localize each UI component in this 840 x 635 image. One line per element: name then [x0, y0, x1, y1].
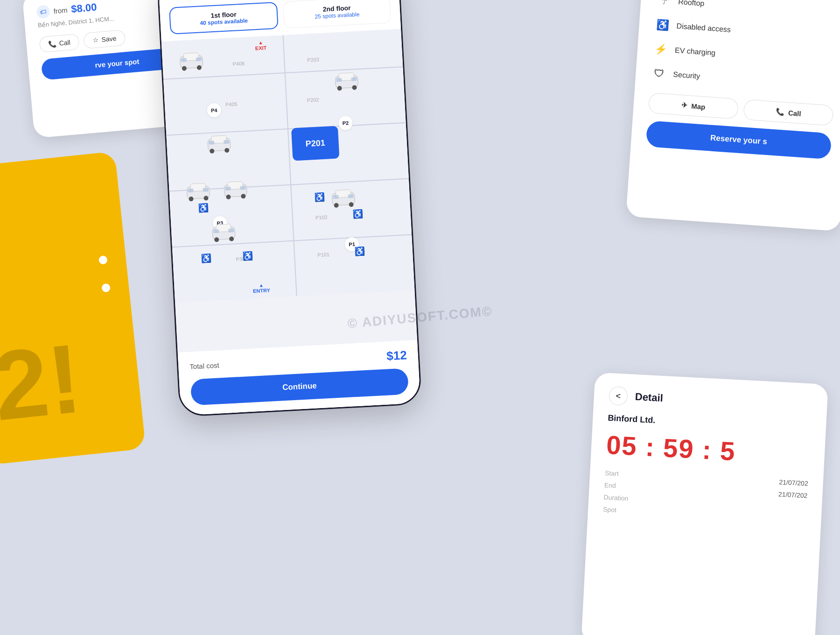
dot-decoration-2	[101, 283, 111, 293]
price-tag-icon: 🏷	[36, 5, 50, 19]
wheelchair-spot-3: ♿	[314, 192, 325, 203]
wheelchair-spot-2: ♿	[243, 251, 253, 261]
ev-label: EV charging	[674, 46, 715, 57]
wheelchair-spot-1: ♿	[201, 253, 211, 264]
divider-v1	[282, 35, 297, 296]
divider-h2	[166, 122, 406, 135]
detail-card: < Detail Binford Ltd. 05 : 59 : 5 Start …	[581, 372, 828, 635]
divider-h4	[172, 234, 412, 247]
svg-rect-34	[336, 78, 342, 82]
car-left-bottom	[208, 220, 239, 244]
floor-2-tab[interactable]: 2nd floor 25 spots available	[283, 0, 392, 28]
security-icon: 🛡	[650, 64, 668, 82]
yellow-promo-card: 2!	[0, 151, 146, 465]
end-label: End	[604, 481, 616, 489]
svg-rect-28	[213, 229, 219, 233]
svg-rect-23	[240, 186, 245, 190]
car-p4-area	[203, 131, 234, 155]
svg-rect-11	[224, 140, 229, 144]
save-button[interactable]: ☆ Save	[83, 29, 126, 49]
svg-rect-29	[228, 228, 234, 233]
svg-rect-5	[196, 57, 202, 61]
detail-title: Detail	[635, 391, 663, 404]
wheelchair-spot-6: ♿	[198, 203, 209, 213]
disabled-icon: ♿	[654, 16, 672, 34]
car-left-mid-2	[220, 177, 251, 201]
start-value: 21/07/202	[779, 478, 808, 487]
back-button[interactable]: <	[609, 386, 628, 406]
map-icon: ✈	[681, 101, 688, 110]
disabled-label: Disabled access	[676, 22, 731, 34]
duration-value	[807, 504, 807, 511]
spot-value	[806, 516, 806, 523]
call-button[interactable]: 📞 Call	[39, 34, 80, 53]
wheelchair-spot-5: ♿	[354, 246, 365, 257]
end-value: 21/07/202	[778, 490, 808, 499]
amenity-security: 🛡 Security	[650, 64, 836, 94]
spot-p101-label: P101	[317, 252, 329, 258]
spot-p4-circle[interactable]: P4	[207, 103, 222, 118]
parking-name: Binford Ltd.	[608, 413, 812, 434]
amenity-disabled: ♿ Disabled access	[654, 16, 840, 46]
spot-p406-label: P406	[232, 61, 245, 67]
call-icon-right: 📞	[776, 107, 785, 116]
svg-rect-17	[203, 188, 208, 192]
spot-p102-label: P102	[315, 214, 328, 220]
phone-bottom-bar: Total cost $12 Continue	[178, 340, 420, 416]
svg-rect-16	[188, 189, 193, 193]
amenities-card: Amenities ☂ Rooftop ♿ Disabled access ⚡ …	[626, 0, 840, 231]
phone-screen: 1st floor 40 spots available 2nd floor 2…	[158, 0, 420, 416]
spot-p405-label: P405	[225, 101, 238, 107]
spot-p2-circle[interactable]: P2	[338, 116, 353, 131]
dot-decoration	[98, 255, 108, 265]
spot-label: Spot	[603, 506, 617, 514]
svg-rect-35	[351, 77, 357, 81]
entry-label: ENTRY	[252, 282, 270, 294]
ev-icon: ⚡	[652, 40, 670, 58]
wheelchair-spot-4: ♿	[352, 209, 363, 219]
call-right-button[interactable]: 📞 Call	[743, 99, 834, 126]
total-cost-label: Total cost	[189, 361, 219, 370]
countdown-timer: 05 : 59 : 5	[606, 430, 811, 471]
car-right-upper	[331, 69, 362, 92]
phone-icon: 📞	[48, 40, 56, 48]
svg-rect-41	[348, 194, 354, 198]
rooftop-label: Rooftop	[678, 0, 705, 8]
amenity-ev: ⚡ EV charging	[652, 40, 838, 70]
price-from-label: from	[53, 6, 68, 15]
exit-label: EXIT	[255, 40, 267, 51]
svg-rect-22	[225, 187, 231, 191]
duration-label: Duration	[603, 494, 629, 502]
car-topleft-1	[176, 49, 207, 72]
price-value: $8.00	[70, 1, 97, 15]
promo-number: 2!	[0, 329, 86, 436]
star-icon: ☆	[92, 36, 99, 44]
car-right-middle	[328, 185, 359, 209]
reserve-right-button[interactable]: Reserve your s	[646, 120, 832, 159]
spot-p202-label: P202	[307, 97, 319, 103]
svg-rect-10	[209, 141, 214, 145]
start-label: Start	[605, 469, 619, 478]
continue-button[interactable]: Continue	[190, 368, 409, 405]
parking-map: EXIT P406 P405 P304 P203 P202 P102 P101 …	[161, 29, 415, 303]
rooftop-icon: ☂	[655, 0, 673, 10]
total-amount-value: $12	[386, 348, 407, 363]
spot-p203-label: P203	[307, 56, 319, 63]
car-left-mid-1	[182, 179, 213, 203]
svg-rect-4	[181, 58, 187, 62]
selected-spot-p201[interactable]: P201	[291, 126, 340, 161]
map-button[interactable]: ✈ Map	[648, 92, 739, 119]
security-label: Security	[673, 71, 700, 81]
svg-rect-40	[333, 195, 339, 199]
floor-1-tab[interactable]: 1st floor 40 spots available	[169, 2, 279, 35]
phone-mockup: 1st floor 40 spots available 2nd floor 2…	[157, 0, 422, 417]
